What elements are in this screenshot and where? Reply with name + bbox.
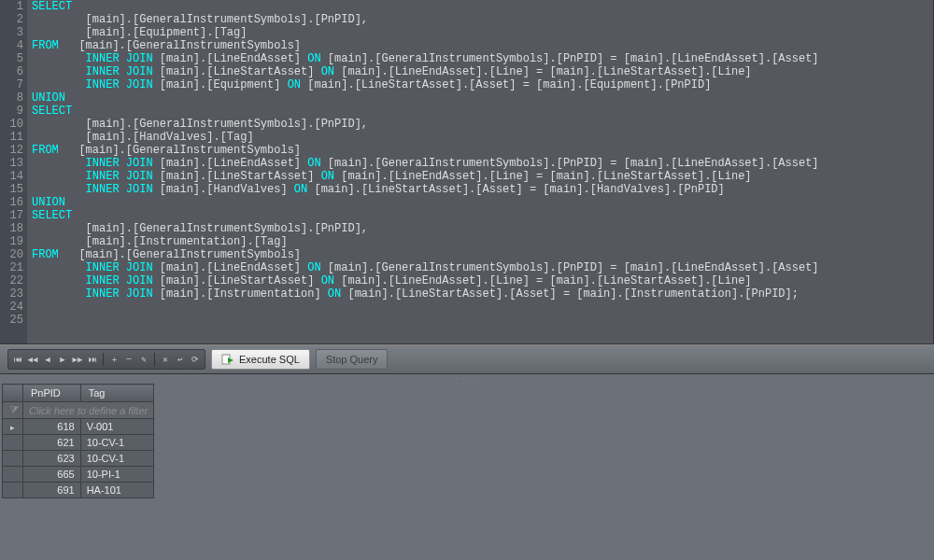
svg-marker-1 xyxy=(228,357,234,363)
cell-tag: V-001 xyxy=(80,419,154,435)
navigation-toolbar: ⏮◀◀◀▶▶▶⏭＋—✎✕↩⟳ Execute SQL Stop Query xyxy=(0,344,934,374)
nav-btn-10[interactable]: ↩ xyxy=(175,355,186,365)
cell-pnpid: 691 xyxy=(23,483,81,498)
cell-pnpid: 621 xyxy=(23,435,81,451)
table-row[interactable]: 62310-CV-1 xyxy=(3,451,154,467)
code-area[interactable]: SELECT [main].[GeneralInstrumentSymbols]… xyxy=(28,0,933,343)
row-selector[interactable] xyxy=(3,467,23,483)
nav-btn-6[interactable]: ＋ xyxy=(108,354,120,366)
table-row[interactable]: 691HA-101 xyxy=(3,483,154,498)
results-panel: PnPIDTag ⧩Click here to define a filter6… xyxy=(0,382,934,560)
col-pnpid[interactable]: PnPID xyxy=(23,385,81,402)
cell-tag: 10-CV-1 xyxy=(80,451,154,467)
row-selector[interactable] xyxy=(3,435,23,451)
nav-btn-3[interactable]: ▶ xyxy=(57,355,68,365)
results-table[interactable]: PnPIDTag ⧩Click here to define a filter6… xyxy=(2,384,154,498)
filter-input[interactable]: Click here to define a filter xyxy=(23,402,154,419)
nav-divider xyxy=(103,353,104,366)
table-row[interactable]: 66510-PI-1 xyxy=(3,467,154,483)
filter-icon[interactable]: ⧩ xyxy=(3,402,23,419)
execute-label: Execute SQL xyxy=(239,354,300,365)
cell-pnpid: 618 xyxy=(23,419,81,435)
cell-pnpid: 623 xyxy=(23,451,81,467)
row-selector[interactable] xyxy=(3,483,23,498)
record-navigator: ⏮◀◀◀▶▶▶⏭＋—✎✕↩⟳ xyxy=(7,349,205,370)
nav-btn-7[interactable]: — xyxy=(123,355,134,364)
table-row[interactable]: 62110-CV-1 xyxy=(3,435,154,451)
nav-btn-9[interactable]: ✕ xyxy=(160,355,171,365)
table-row[interactable]: 618V-001 xyxy=(3,419,154,435)
nav-btn-0[interactable]: ⏮ xyxy=(12,355,23,365)
row-selector[interactable] xyxy=(3,451,23,467)
nav-btn-4[interactable]: ▶▶ xyxy=(72,355,83,365)
execute-sql-button[interactable]: Execute SQL xyxy=(211,349,310,370)
sql-editor[interactable]: 1234567891011121314151617181920212223242… xyxy=(0,0,934,344)
splitter-grip[interactable]: ···· xyxy=(0,374,934,382)
nav-btn-5[interactable]: ⏭ xyxy=(87,355,98,365)
nav-divider xyxy=(154,353,155,366)
stop-query-button[interactable]: Stop Query xyxy=(316,349,389,370)
col-tag[interactable]: Tag xyxy=(80,385,154,402)
nav-btn-2[interactable]: ◀ xyxy=(42,355,53,365)
stop-label: Stop Query xyxy=(326,354,378,365)
row-selector[interactable] xyxy=(3,419,23,435)
nav-btn-8[interactable]: ✎ xyxy=(138,355,149,365)
nav-btn-1[interactable]: ◀◀ xyxy=(27,355,38,365)
nav-btn-11[interactable]: ⟳ xyxy=(190,355,201,365)
cell-tag: 10-PI-1 xyxy=(80,467,154,483)
cell-tag: HA-101 xyxy=(80,483,154,498)
line-gutter: 1234567891011121314151617181920212223242… xyxy=(0,0,28,343)
execute-icon xyxy=(221,353,234,366)
cell-tag: 10-CV-1 xyxy=(80,435,154,451)
cell-pnpid: 665 xyxy=(23,467,81,483)
